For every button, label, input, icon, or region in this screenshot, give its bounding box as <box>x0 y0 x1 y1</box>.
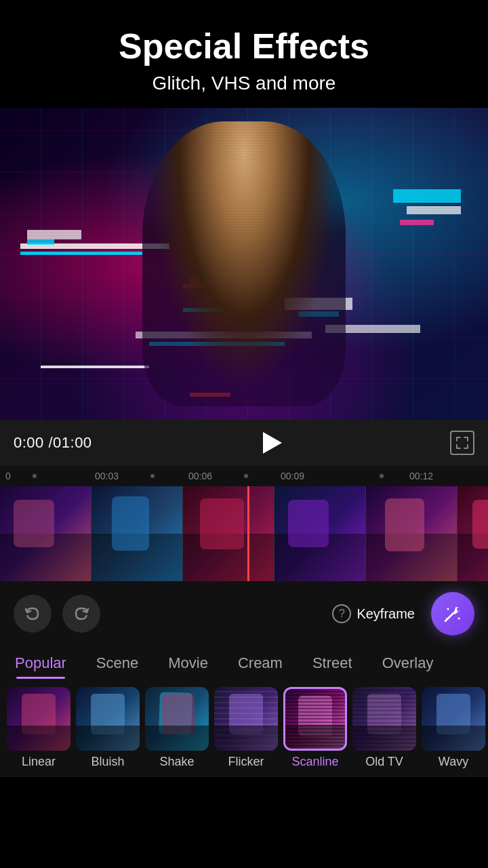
film-frame-4 <box>274 486 366 581</box>
right-controls: ? Keyframe <box>324 592 474 635</box>
effect-oldtv[interactable]: Old TV <box>352 687 416 769</box>
film-frame-2 <box>92 486 183 581</box>
undo-redo-group <box>14 595 100 633</box>
effect-shake-thumb <box>145 687 209 751</box>
effect-scanline-label: Scanline <box>291 755 338 769</box>
effect-oldtv-thumb <box>352 687 416 751</box>
tick-9: 00:09 <box>281 471 304 481</box>
effect-bluish[interactable]: Bluish <box>76 687 140 769</box>
tab-popular[interactable]: Popular <box>0 648 81 679</box>
effect-tabs: Popular Scene Movie Cream Street Overlay <box>0 642 488 679</box>
film-frame-1 <box>0 486 92 581</box>
redo-button[interactable] <box>62 595 100 633</box>
tab-scene[interactable]: Scene <box>81 648 153 679</box>
film-frame-3 <box>183 486 274 581</box>
playhead[interactable] <box>247 486 249 581</box>
tick-0: 0 <box>5 471 11 481</box>
page-subtitle: Glitch, VHS and more <box>14 73 474 94</box>
effect-linear-thumb <box>7 687 70 751</box>
effects-row: Linear Bluish Shake Flicker Sca <box>0 679 488 777</box>
svg-point-1 <box>458 618 460 620</box>
tick-3: 00:03 <box>95 471 119 481</box>
play-button[interactable] <box>256 428 286 458</box>
effect-flicker-thumb <box>214 687 278 751</box>
effect-linear[interactable]: Linear <box>7 687 70 769</box>
dot-4 <box>380 474 384 478</box>
effect-flicker-label: Flicker <box>228 755 264 769</box>
effect-wavy-label: Wavy <box>439 755 468 769</box>
effect-wavy[interactable]: Wavy <box>422 687 485 769</box>
keyframe-label: Keyframe <box>357 606 415 622</box>
svg-point-3 <box>446 618 447 619</box>
film-strip[interactable] <box>0 486 488 581</box>
bottom-controls: ? Keyframe <box>0 581 488 642</box>
redo-icon <box>73 605 90 623</box>
effect-shake[interactable]: Shake <box>145 687 209 769</box>
timeline-controls: 0:00 /01:00 <box>0 420 488 466</box>
keyframe-button[interactable]: ? Keyframe <box>324 599 423 629</box>
effect-linear-label: Linear <box>22 755 56 769</box>
keyframe-help-icon: ? <box>332 604 351 623</box>
film-frame-6 <box>458 486 488 581</box>
svg-point-0 <box>447 608 449 610</box>
tab-overlay[interactable]: Overlay <box>367 648 449 679</box>
effect-bluish-thumb <box>76 687 140 751</box>
fullscreen-button[interactable] <box>450 431 474 455</box>
scanline-overlay <box>0 108 488 420</box>
effect-scanline-thumb <box>283 687 347 751</box>
tab-street[interactable]: Street <box>298 648 367 679</box>
tab-cream[interactable]: Cream <box>223 648 298 679</box>
effect-bluish-label: Bluish <box>91 755 124 769</box>
time-display: 0:00 /01:00 <box>14 434 92 452</box>
dot-3 <box>244 474 248 478</box>
film-frame-5 <box>366 486 458 581</box>
effect-flicker[interactable]: Flicker <box>214 687 278 769</box>
dot-1 <box>33 474 37 478</box>
play-icon <box>263 432 282 454</box>
undo-icon <box>24 605 41 623</box>
effect-scanline[interactable]: Scanline <box>283 687 347 769</box>
header: Special Effects Glitch, VHS and more <box>0 0 488 108</box>
video-preview <box>0 108 488 420</box>
time-ruler: 0 00:03 00:06 00:09 00:12 <box>0 466 488 486</box>
tick-6: 00:06 <box>188 471 212 481</box>
magic-button[interactable] <box>431 592 474 635</box>
dot-2 <box>150 474 155 478</box>
magic-wand-icon <box>443 604 463 624</box>
svg-point-2 <box>457 607 458 608</box>
page-title: Special Effects <box>14 27 474 66</box>
effect-wavy-thumb <box>422 687 485 751</box>
undo-button[interactable] <box>14 595 52 633</box>
tab-movie[interactable]: Movie <box>153 648 223 679</box>
effect-shake-label: Shake <box>159 755 194 769</box>
tick-12: 00:12 <box>409 471 433 481</box>
effect-oldtv-label: Old TV <box>365 755 403 769</box>
fullscreen-icon <box>455 435 470 450</box>
